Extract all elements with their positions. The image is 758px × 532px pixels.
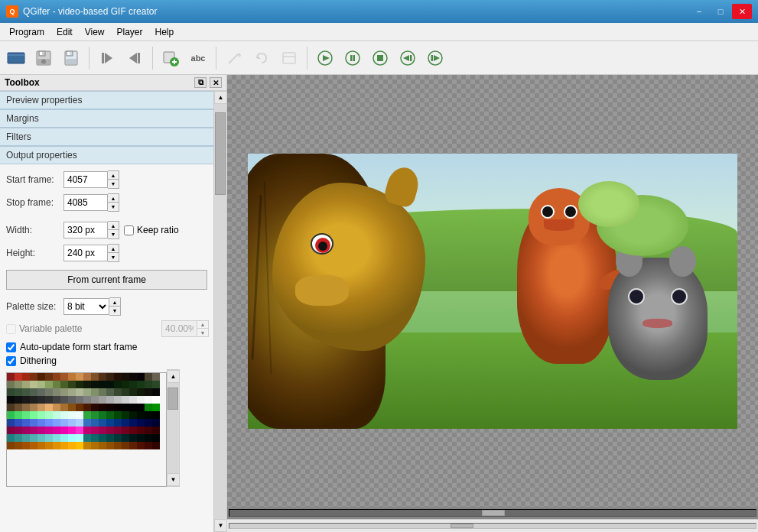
- palette-cell: [76, 388, 83, 396]
- palette-down[interactable]: ▼: [109, 307, 120, 315]
- next-keyframe-button[interactable]: [422, 45, 448, 71]
- palette-cell: [83, 411, 91, 419]
- stop-frame-input[interactable]: [63, 194, 108, 211]
- palette-cell: [129, 404, 137, 411]
- text-tool-button[interactable]: abc: [185, 45, 211, 71]
- next-frame-button[interactable]: [122, 45, 148, 71]
- title-bar: Q QGifer - video-based GIF creator − □ ✕: [0, 0, 758, 23]
- start-frame-down[interactable]: ▼: [108, 180, 119, 188]
- start-frame-up[interactable]: ▲: [108, 171, 119, 180]
- palette-cell: [60, 381, 68, 388]
- stop-button[interactable]: [367, 45, 393, 71]
- stop-frame-up[interactable]: ▲: [108, 194, 119, 203]
- maximize-button[interactable]: □: [711, 4, 730, 19]
- section-filters[interactable]: Filters: [0, 128, 213, 146]
- close-button[interactable]: ✕: [732, 4, 752, 19]
- app-icon: Q: [6, 5, 18, 18]
- toolbox-close-button[interactable]: ✕: [210, 77, 222, 88]
- palette-cell: [83, 381, 91, 388]
- preview-hscroll-bottom[interactable]: [227, 519, 758, 532]
- add-frame-button[interactable]: [158, 45, 184, 71]
- open-video-button[interactable]: [3, 45, 29, 71]
- palette-cell: [137, 419, 145, 427]
- palette-cell: [53, 396, 60, 404]
- palette-cell: [106, 434, 114, 442]
- save-gif-button[interactable]: [31, 45, 57, 71]
- play-button[interactable]: [312, 45, 338, 71]
- palette-cell: [22, 373, 30, 381]
- palette-cell: [53, 381, 60, 388]
- sep3: [216, 47, 216, 70]
- height-down[interactable]: ▼: [108, 253, 119, 261]
- keep-ratio-checkbox[interactable]: [124, 225, 134, 235]
- palette-scroll-up[interactable]: ▲: [167, 370, 180, 383]
- svg-point-28: [346, 51, 359, 65]
- palette-cell: [145, 396, 152, 404]
- palette-cell: [7, 396, 15, 404]
- width-up[interactable]: ▲: [108, 222, 119, 230]
- svg-rect-29: [350, 55, 353, 61]
- palette-cell: [129, 434, 137, 442]
- palette-scroll-down[interactable]: ▼: [167, 473, 180, 486]
- pause-button[interactable]: [340, 45, 366, 71]
- prev-keyframe-button[interactable]: [395, 45, 421, 71]
- toolbox-scroll-down[interactable]: ▼: [214, 519, 226, 532]
- height-input[interactable]: [63, 245, 108, 261]
- palette-vscroll[interactable]: ▲ ▼: [167, 369, 180, 487]
- palette-cell: [45, 419, 53, 427]
- section-output[interactable]: Output properties: [0, 146, 213, 164]
- height-up[interactable]: ▲: [108, 245, 119, 253]
- palette-cell: [53, 427, 60, 434]
- palette-cell: [7, 381, 15, 388]
- palette-cell: [91, 396, 99, 404]
- section-preview[interactable]: Preview properties: [0, 91, 213, 109]
- menu-view[interactable]: View: [79, 25, 111, 39]
- palette-cell: [53, 411, 60, 419]
- palette-cell: [30, 396, 37, 404]
- palette-cell: [91, 388, 99, 396]
- auto-update-checkbox[interactable]: [6, 342, 16, 352]
- width-row: Width: ▲ ▼ Keep ratio: [6, 221, 207, 239]
- toolbox-float-button[interactable]: ⧉: [194, 77, 207, 88]
- save-file-button[interactable]: [58, 45, 84, 71]
- palette-cell: [30, 373, 37, 381]
- palette-cell: [83, 396, 91, 404]
- palette-cell: [15, 411, 22, 419]
- width-down[interactable]: ▼: [108, 230, 119, 238]
- preview-hscroll-top[interactable]: [227, 507, 758, 519]
- start-frame-input[interactable]: [63, 171, 108, 188]
- palette-cell: [45, 404, 53, 411]
- palette-cell: [7, 388, 15, 396]
- section-margins[interactable]: Margins: [0, 109, 213, 128]
- palette-up[interactable]: ▲: [109, 298, 120, 307]
- palette-cell: [30, 442, 37, 449]
- menu-edit[interactable]: Edit: [50, 25, 79, 39]
- width-input[interactable]: [63, 222, 108, 238]
- toolbox-scroll-up[interactable]: ▲: [214, 91, 226, 104]
- palette-cell: [37, 381, 45, 388]
- prev-frame-button[interactable]: [94, 45, 120, 71]
- palette-cell: [53, 373, 60, 381]
- minimize-button[interactable]: −: [689, 4, 709, 19]
- palette-cell: [22, 396, 30, 404]
- svg-marker-34: [403, 55, 409, 61]
- menu-program[interactable]: Program: [3, 25, 50, 39]
- width-label: Width:: [6, 225, 63, 235]
- palette-cell: [15, 404, 22, 411]
- stop-frame-down[interactable]: ▼: [108, 203, 119, 211]
- palette-cell: [137, 427, 145, 434]
- variable-palette-checkbox[interactable]: [6, 324, 16, 334]
- menu-help[interactable]: Help: [149, 25, 181, 39]
- menu-player[interactable]: Player: [111, 25, 149, 39]
- palette-cell: [99, 396, 106, 404]
- palette-cell: [53, 434, 60, 442]
- dithering-checkbox[interactable]: [6, 356, 16, 366]
- palette-size-select[interactable]: 8 bit 4 bit 2 bit: [63, 298, 109, 315]
- palette-cell: [37, 388, 45, 396]
- main-area: Toolbox ⧉ ✕ Preview properties Margins F…: [0, 75, 758, 532]
- palette-cell: [76, 442, 83, 449]
- start-frame-spinbox: ▲ ▼: [63, 170, 119, 189]
- palette-cell: [83, 427, 91, 434]
- from-current-frame-button[interactable]: From current frame: [6, 270, 207, 290]
- toolbox-vscroll[interactable]: ▲ ▼: [213, 91, 226, 532]
